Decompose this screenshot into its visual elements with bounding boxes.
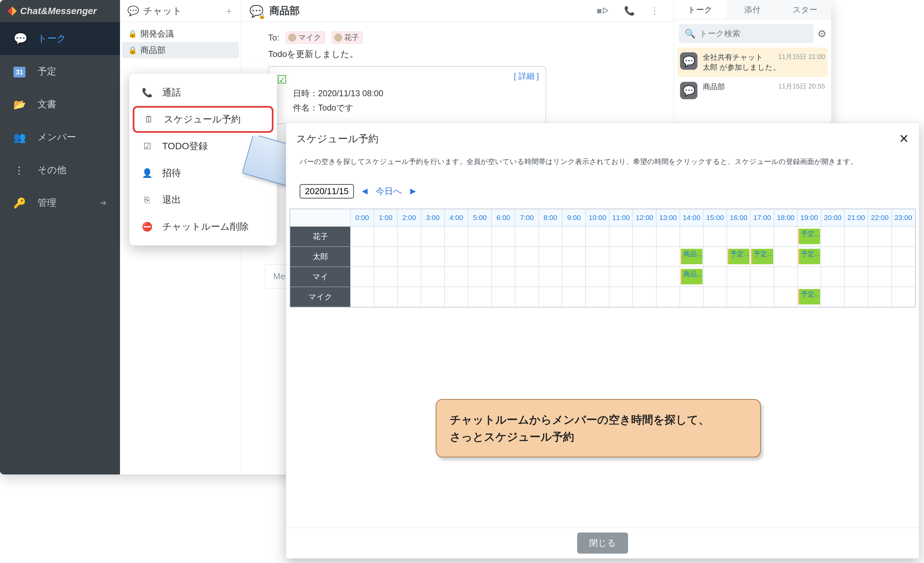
timeslot-cell[interactable] (797, 267, 821, 287)
timeslot-cell[interactable] (891, 267, 915, 287)
search-settings-button[interactable]: ⚙︎ (818, 28, 826, 39)
ctx-item-delete[interactable]: ⛔チャットルーム削除 (133, 213, 273, 240)
channel-item[interactable]: 🔒 商品部 (122, 42, 239, 59)
timeslot-cell[interactable] (609, 246, 633, 267)
timeslot-cell[interactable] (821, 267, 844, 287)
timeslot-cell[interactable] (492, 287, 515, 307)
timeslot-cell[interactable] (351, 267, 374, 287)
hour-header[interactable]: 8:00 (538, 209, 562, 226)
hour-header[interactable]: 6:00 (492, 209, 515, 226)
timeslot-cell[interactable] (374, 287, 398, 307)
search-input[interactable] (699, 29, 807, 38)
timeslot-cell[interactable] (586, 267, 609, 287)
timeslot-cell[interactable] (704, 226, 727, 246)
timeslot-cell[interactable] (727, 267, 750, 287)
hour-header[interactable]: 12:00 (633, 209, 656, 226)
video-call-button[interactable]: ■ᐅ (592, 6, 614, 16)
event-block[interactable]: 予定… (798, 289, 820, 305)
timeslot-cell[interactable] (750, 287, 774, 307)
timeslot-cell[interactable]: 予定… (797, 246, 821, 267)
timeslot-cell[interactable] (421, 226, 444, 246)
detail-link[interactable]: [ 詳細 ] (514, 71, 539, 81)
timeslot-cell[interactable] (656, 226, 680, 246)
timeslot-cell[interactable]: 予定… (797, 287, 821, 307)
recipient-chip[interactable]: 花子 (332, 32, 363, 44)
timeslot-cell[interactable] (468, 246, 492, 267)
event-block[interactable]: 予定… (728, 249, 749, 264)
timeslot-cell[interactable] (538, 226, 562, 246)
timeslot-cell[interactable] (398, 287, 421, 307)
timeslot-cell[interactable] (562, 246, 585, 267)
timeslot-cell[interactable] (727, 226, 750, 246)
ctx-item-call[interactable]: 📞通話 (133, 79, 273, 106)
timeslot-cell[interactable] (374, 226, 398, 246)
timeslot-cell[interactable] (374, 267, 398, 287)
timeslot-cell[interactable] (444, 226, 468, 246)
right-tab-star[interactable]: スター (779, 0, 831, 19)
timeslot-cell[interactable] (586, 246, 609, 267)
timeslot-cell[interactable] (492, 246, 515, 267)
timeslot-cell[interactable] (633, 226, 656, 246)
event-block[interactable]: 商品… (681, 249, 702, 264)
timeslot-cell[interactable] (774, 246, 797, 267)
timeslot-cell[interactable] (727, 287, 750, 307)
timeslot-cell[interactable] (844, 246, 868, 267)
search-box[interactable]: 🔍 (679, 24, 813, 43)
timeslot-cell[interactable] (844, 226, 868, 246)
hour-header[interactable]: 9:00 (562, 209, 585, 226)
timeslot-cell[interactable] (704, 287, 727, 307)
modal-footer-close-button[interactable]: 閉じる (577, 533, 628, 554)
timeslot-cell[interactable] (468, 267, 492, 287)
hour-header[interactable]: 13:00 (656, 209, 680, 226)
hour-header[interactable]: 16:00 (727, 209, 750, 226)
timeslot-cell[interactable] (398, 226, 421, 246)
timeslot-cell[interactable] (562, 267, 585, 287)
recipient-chip[interactable]: マイク (286, 32, 325, 44)
timeslot-cell[interactable] (680, 287, 703, 307)
timeslot-cell[interactable] (351, 246, 374, 267)
hour-header[interactable]: 18:00 (774, 209, 797, 226)
hour-header[interactable]: 3:00 (421, 209, 444, 226)
timeslot-cell[interactable] (351, 287, 374, 307)
modal-close-button[interactable]: ✕ (899, 132, 909, 146)
timeslot-cell[interactable] (609, 287, 633, 307)
nav-item-other[interactable]: ⋮ その他 (0, 153, 120, 186)
timeslot-cell[interactable] (562, 287, 585, 307)
timeslot-cell[interactable] (821, 287, 844, 307)
timeslot-cell[interactable] (538, 287, 562, 307)
timeslot-cell[interactable] (398, 267, 421, 287)
hour-header[interactable]: 2:00 (398, 209, 421, 226)
timeslot-cell[interactable] (774, 267, 797, 287)
timeslot-cell[interactable] (444, 246, 468, 267)
timeslot-cell[interactable] (633, 287, 656, 307)
hour-header[interactable]: 11:00 (609, 209, 633, 226)
timeslot-cell[interactable] (633, 246, 656, 267)
timeslot-cell[interactable] (891, 226, 915, 246)
timeslot-cell[interactable] (774, 287, 797, 307)
timeslot-cell[interactable] (515, 246, 538, 267)
event-block[interactable]: 商品… (681, 269, 702, 284)
timeslot-cell[interactable] (868, 246, 891, 267)
hour-header[interactable]: 19:00 (797, 209, 821, 226)
timeslot-cell[interactable] (656, 287, 680, 307)
timeslot-cell[interactable] (468, 287, 492, 307)
timeslot-cell[interactable] (444, 287, 468, 307)
timeslot-cell[interactable] (656, 267, 680, 287)
timeslot-cell[interactable] (586, 287, 609, 307)
today-button[interactable]: 今日へ (376, 185, 402, 197)
hour-header[interactable]: 23:00 (891, 209, 915, 226)
nav-item-members[interactable]: 👥 メンバー (0, 121, 120, 153)
hour-header[interactable]: 17:00 (750, 209, 774, 226)
nav-item-admin[interactable]: 🔑 管理 ➔ (0, 186, 120, 219)
event-block[interactable]: 予定… (751, 249, 773, 264)
timeslot-cell[interactable] (421, 287, 444, 307)
timeslot-cell[interactable] (821, 226, 844, 246)
add-channel-button[interactable]: ＋ (224, 5, 234, 17)
timeslot-cell[interactable] (868, 226, 891, 246)
timeslot-cell[interactable] (444, 267, 468, 287)
timeslot-cell[interactable] (868, 287, 891, 307)
timeslot-cell[interactable] (398, 246, 421, 267)
hour-header[interactable]: 20:00 (821, 209, 844, 226)
hour-header[interactable]: 0:00 (351, 209, 374, 226)
timeslot-cell[interactable] (868, 267, 891, 287)
